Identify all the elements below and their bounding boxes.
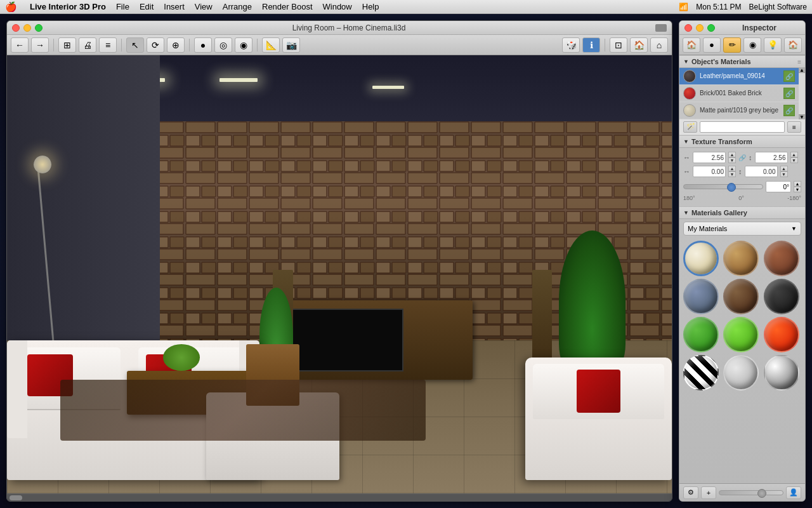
section-arrow-1: ▼ [683,58,689,65]
material-search[interactable] [700,121,785,133]
close-button[interactable] [12,24,20,32]
scale-y-stepper[interactable]: ▲ ▼ [790,152,798,163]
mat-wood[interactable] [723,241,759,276]
mat-brick[interactable] [764,241,799,276]
tab-bulb[interactable]: 💡 [764,37,782,53]
gallery-dropdown[interactable]: My Materials ▼ [683,222,801,236]
mat-fire[interactable] [764,317,799,352]
mat-dark[interactable] [764,279,799,314]
viewport-3d[interactable] [7,55,672,493]
tab-texture[interactable]: ✏ [723,37,741,53]
viewport-scrollbar[interactable] [7,493,672,501]
menu-file[interactable]: File [116,2,129,11]
app-name[interactable]: Live Interior 3D Pro [30,2,106,11]
material-link-icon-1[interactable]: 🔗 [783,70,795,82]
scale-y-up[interactable]: ▲ [790,152,798,157]
menu-edit[interactable]: Edit [140,2,154,11]
angle-down[interactable]: ▼ [794,187,801,192]
scroll-down[interactable]: ▼ [799,114,805,119]
apple-menu[interactable]: 🍎 [5,1,17,13]
menu-help[interactable]: Help [362,2,379,11]
material-link-icon-3[interactable]: 🔗 [783,105,795,116]
ring-tool[interactable]: ◎ [214,37,232,53]
rotate-tool[interactable]: ⟳ [147,37,164,53]
inspector-add-btn[interactable]: + [701,486,716,499]
material-item-brick[interactable]: Brick/001 Baked Brick 🔗 [679,85,799,102]
menu-arrange[interactable]: Arrange [223,2,252,11]
inspector-minimize[interactable] [696,24,704,32]
back-button[interactable]: ← [11,37,29,53]
inspector-size-slider[interactable] [719,490,783,495]
angle-value-input[interactable]: 0° [766,181,791,192]
offset-row: ↔ 0.00 ▲ ▼ ↕ 0.00 ▲ ▼ [679,164,805,178]
angle-up[interactable]: ▲ [794,181,801,187]
menu-window[interactable]: Window [323,2,352,11]
offset-x-down[interactable]: ▼ [728,171,736,177]
inspector-size-thumb[interactable] [757,489,766,498]
move-tool[interactable]: ⊕ [167,37,185,53]
measure-tool[interactable]: 📐 [262,37,280,53]
section-menu-icon[interactable]: ≡ [797,58,801,65]
floorplan-button[interactable]: ⊞ [58,37,76,53]
print-button[interactable]: 🖨 [79,37,96,53]
link-icon[interactable]: 🔗 [738,154,746,161]
list-view-btn[interactable]: ≡ [787,121,801,133]
mat-dark-wood[interactable] [723,279,759,314]
view-home[interactable]: 🏠 [630,37,648,53]
circle-tool[interactable]: ● [194,37,212,53]
scale-x-input[interactable]: 2.56 [693,152,726,163]
camera-tool[interactable]: 📷 [282,37,300,53]
view-house[interactable]: ⌂ [650,37,668,53]
inspector-settings-btn[interactable]: ⚙ [683,486,698,499]
mat-bright-green[interactable] [723,317,759,352]
angle-thumb[interactable] [727,183,736,192]
material-link-icon-2[interactable]: 🔗 [783,88,795,99]
tab-object[interactable]: 🏠 [683,37,700,53]
menu-insert[interactable]: Insert [164,2,185,11]
angle-slider[interactable] [683,184,763,189]
menu-renderbooost[interactable]: Render Boost [262,2,313,11]
layers-button[interactable]: ≡ [99,37,117,53]
3d-view-button[interactable]: 🎲 [562,37,580,53]
material-item-matte[interactable]: Matte paint/1019 grey beige 🔗 [679,102,799,119]
mat-cream[interactable] [683,241,719,276]
mat-water[interactable] [683,279,719,314]
menu-view[interactable]: View [195,2,213,11]
tab-house[interactable]: 🏠 [784,37,802,53]
tab-material-ball[interactable]: ● [703,37,721,53]
materials-scrollbar[interactable]: ▲ ▼ [799,68,805,119]
offset-x-up[interactable]: ▲ [728,166,736,171]
offset-x-stepper[interactable]: ▲ ▼ [728,166,736,177]
mat-chrome[interactable] [764,355,799,391]
inspector-person-btn[interactable]: 👤 [786,486,801,499]
material-item-leather[interactable]: Leather/pamela_09014 🔗 [679,68,799,85]
offset-y-up[interactable]: ▲ [780,166,788,171]
offset-y-stepper[interactable]: ▲ ▼ [780,166,788,177]
wand-tool[interactable]: 🪄 [683,121,697,133]
scale-x-up[interactable]: ▲ [728,152,736,157]
inspector-maximize[interactable] [707,24,715,32]
scale-x-stepper[interactable]: ▲ ▼ [728,152,736,163]
offset-x-input[interactable]: 0.00 [693,166,726,177]
inspector-close[interactable] [684,24,692,32]
offset-y-down[interactable]: ▼ [780,171,788,177]
scroll-up[interactable]: ▲ [799,68,805,73]
maximize-button[interactable] [35,24,43,32]
offset-y-input[interactable]: 0.00 [745,166,778,177]
select-tool[interactable]: ↖ [126,37,144,53]
view-square[interactable]: ⊡ [610,37,627,53]
scale-y-input[interactable]: 2.56 [755,152,788,163]
mat-zebra[interactable] [683,355,719,391]
tab-lighting[interactable]: ◉ [743,37,761,53]
info-button[interactable]: ℹ [582,37,600,53]
circle2-tool[interactable]: ◉ [235,37,252,53]
scale-x-down[interactable]: ▼ [728,157,736,163]
minimize-button[interactable] [23,24,31,32]
scale-y-down[interactable]: ▼ [790,157,798,163]
forward-button[interactable]: → [31,37,49,53]
resize-button[interactable] [655,24,667,32]
scroll-thumb[interactable] [10,495,22,500]
mat-green[interactable] [683,317,719,352]
angle-stepper[interactable]: ▲ ▼ [794,181,801,192]
mat-spots[interactable] [723,355,759,391]
